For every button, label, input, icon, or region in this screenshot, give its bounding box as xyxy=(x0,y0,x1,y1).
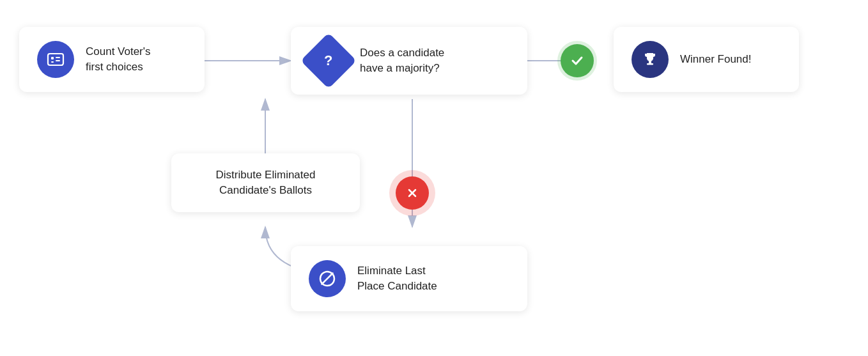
svg-rect-7 xyxy=(51,57,54,59)
flowchart: Count Voter'sfirst choices ? Does a cand… xyxy=(0,0,868,356)
question-icon: ? xyxy=(324,52,332,69)
question-diamond: ? xyxy=(300,33,357,89)
count-voters-label: Count Voter'sfirst choices xyxy=(86,44,151,75)
majority-question-label: Does a candidatehave a majority? xyxy=(360,45,444,76)
svg-rect-12 xyxy=(647,63,653,65)
distribute-label: Distribute EliminatedCandidate's Ballots xyxy=(216,167,316,198)
svg-rect-10 xyxy=(56,60,60,61)
yes-status-icon xyxy=(561,44,594,77)
no-status-icon xyxy=(396,176,429,210)
winner-node: Winner Found! xyxy=(614,27,799,92)
distribute-node: Distribute EliminatedCandidate's Ballots xyxy=(171,153,360,212)
eliminate-node: Eliminate LastPlace Candidate xyxy=(291,246,527,311)
svg-rect-6 xyxy=(48,54,63,65)
svg-line-14 xyxy=(322,274,333,284)
ballot-icon xyxy=(37,41,74,78)
ban-icon xyxy=(309,260,346,297)
svg-rect-9 xyxy=(56,57,60,58)
majority-question-node: ? Does a candidatehave a majority? xyxy=(291,27,527,95)
trophy-icon xyxy=(632,41,669,78)
eliminate-label: Eliminate LastPlace Candidate xyxy=(357,263,437,294)
svg-rect-8 xyxy=(51,61,54,63)
winner-label: Winner Found! xyxy=(680,52,752,67)
svg-rect-11 xyxy=(649,61,651,63)
diamond-wrapper: ? xyxy=(309,41,348,81)
count-voters-node: Count Voter'sfirst choices xyxy=(19,27,205,92)
